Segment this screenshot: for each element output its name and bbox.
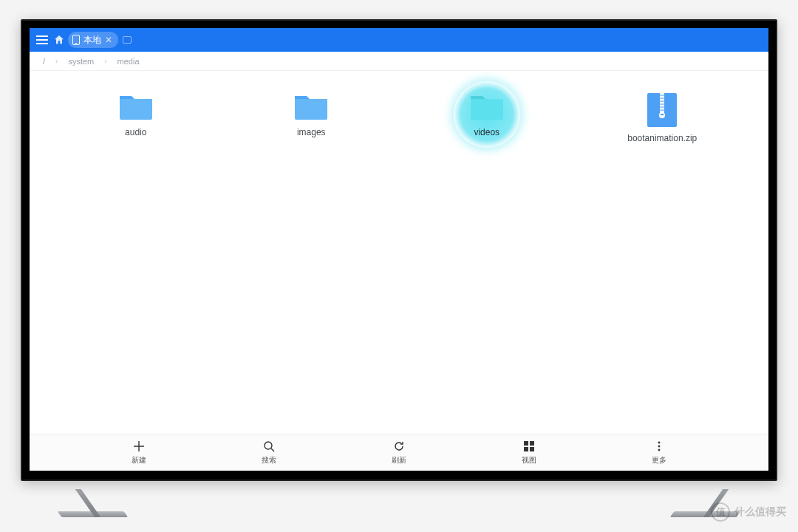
breadcrumb-segment[interactable]: system xyxy=(68,57,94,66)
chevron-right-icon: › xyxy=(55,57,58,65)
svg-rect-12 xyxy=(530,441,534,446)
spacer xyxy=(724,434,768,471)
tv-frame: 本地 ✕ / › system › media audio xyxy=(21,19,777,481)
button-label: 新建 xyxy=(132,455,146,466)
more-button[interactable]: 更多 xyxy=(594,434,724,471)
bottom-bar: 新建 搜索 刷新 视图 更多 xyxy=(30,434,768,471)
svg-rect-6 xyxy=(660,100,664,102)
file-item-bootanimation[interactable]: bootanimation.zip xyxy=(579,89,747,163)
active-tab[interactable]: 本地 ✕ xyxy=(68,32,118,48)
svg-rect-13 xyxy=(524,447,528,451)
folder-item-audio[interactable]: audio xyxy=(52,89,220,163)
svg-point-17 xyxy=(658,449,661,451)
folder-icon xyxy=(118,93,154,121)
grid-icon xyxy=(523,440,535,453)
button-label: 更多 xyxy=(652,455,666,466)
svg-rect-4 xyxy=(660,95,664,96)
refresh-icon xyxy=(393,440,405,453)
folder-icon xyxy=(293,93,329,121)
item-label: audio xyxy=(125,127,146,137)
svg-rect-3 xyxy=(661,114,664,115)
close-icon[interactable]: ✕ xyxy=(105,35,112,45)
svg-rect-11 xyxy=(524,441,528,446)
zip-icon xyxy=(647,93,677,127)
more-icon xyxy=(653,440,665,453)
device-icon xyxy=(72,35,80,45)
svg-rect-8 xyxy=(660,106,664,108)
spacer xyxy=(30,434,74,471)
app-screen: 本地 ✕ / › system › media audio xyxy=(30,28,768,471)
watermark-text: 什么值得买 xyxy=(734,505,786,519)
plus-icon xyxy=(133,440,145,453)
item-label: bootanimation.zip xyxy=(627,133,697,143)
refresh-button[interactable]: 刷新 xyxy=(334,434,464,471)
item-label: videos xyxy=(474,127,499,137)
folder-item-videos[interactable]: videos xyxy=(403,89,571,163)
search-button[interactable]: 搜索 xyxy=(204,434,334,471)
svg-point-10 xyxy=(265,442,272,449)
svg-rect-14 xyxy=(530,447,534,451)
search-icon xyxy=(263,440,275,453)
item-label: images xyxy=(297,127,326,137)
watermark-badge: 值 xyxy=(711,502,730,522)
svg-point-15 xyxy=(658,442,661,444)
breadcrumb-segment[interactable]: media xyxy=(117,57,140,66)
watermark: 值 什么值得买 xyxy=(711,502,786,522)
breadcrumb: / › system › media xyxy=(30,52,768,71)
file-grid: audio images videos bootanimation.z xyxy=(30,71,768,434)
folder-item-images[interactable]: images xyxy=(228,89,396,163)
tv-stand xyxy=(42,489,129,517)
top-bar: 本地 ✕ xyxy=(30,28,768,52)
breadcrumb-segment[interactable]: / xyxy=(43,57,45,66)
svg-point-16 xyxy=(658,446,661,448)
chevron-right-icon: › xyxy=(104,57,106,65)
new-button[interactable]: 新建 xyxy=(74,434,204,471)
button-label: 搜索 xyxy=(262,455,276,466)
tab-label: 本地 xyxy=(83,34,101,47)
menu-icon[interactable] xyxy=(34,32,50,48)
svg-rect-5 xyxy=(660,98,664,99)
home-icon[interactable] xyxy=(53,34,65,46)
folder-icon xyxy=(469,93,505,121)
view-button[interactable]: 视图 xyxy=(464,434,594,471)
button-label: 刷新 xyxy=(392,455,406,466)
button-label: 视图 xyxy=(522,455,536,466)
svg-rect-9 xyxy=(660,109,664,111)
new-tab-icon[interactable] xyxy=(123,36,132,44)
svg-rect-7 xyxy=(660,103,664,105)
